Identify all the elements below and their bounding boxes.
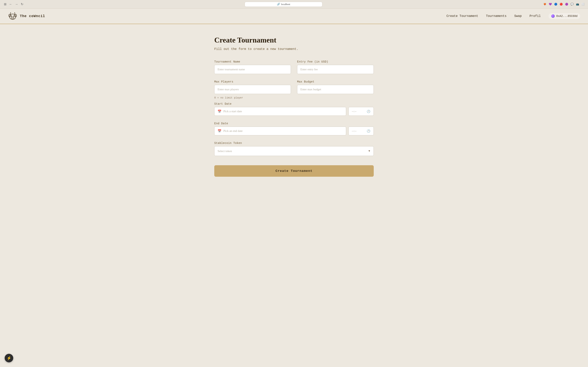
form-group-entry-fee: Entry Fee (in USD) [297,60,374,74]
clock-icon-start: 🕐 [367,110,371,113]
svg-point-4 [11,16,12,17]
form-group-max-budget: Max Budget [297,80,374,94]
start-date-time-group: 📅 Pick a start date --:-- 🕐 [214,107,374,116]
logo-icon [8,11,17,21]
lightning-icon: ⚡ [7,356,11,360]
ext-icon-6[interactable]: 💬 [570,2,574,6]
ext-icon-1[interactable]: 🦊 [543,2,547,6]
start-date-section: Start Date 📅 Pick a start date --:-- 🕐 [214,102,374,116]
svg-point-5 [13,16,14,17]
ext-icon-7[interactable]: 📺 [576,2,579,6]
form-row-1: Tournament Name Entry Fee (in USD) [214,60,374,74]
start-time-placeholder: --:-- [352,110,365,113]
ext-icon-2[interactable]: 💜 [548,2,552,6]
browser-chrome: ⊞ ← → ↻ 🔗 localhost 🦊 💜 🔵 🔴 🟣 💬 📺 ⬜ [0,0,588,8]
end-date-label: End Date [214,122,374,125]
form-group-tournament-name: Tournament Name [214,60,291,74]
page-subtitle: Fill out the form to create a new tourna… [214,47,374,51]
address-text: localhost [281,3,290,6]
start-date-label: Start Date [214,102,374,105]
end-time-picker[interactable]: --:-- 🕐 [348,127,374,135]
entry-fee-input[interactable] [297,65,374,74]
max-players-label: Max Players [214,80,291,83]
max-budget-label: Max Budget [297,80,374,83]
wallet-avatar [551,14,555,18]
ext-icon-3[interactable]: 🔵 [554,2,558,6]
calendar-icon-start: 📅 [217,109,222,113]
back-button[interactable]: ← [8,2,13,7]
end-date-picker[interactable]: 📅 Pick an end date [214,127,346,135]
max-budget-input[interactable] [297,85,374,94]
tournament-name-label: Tournament Name [214,60,291,63]
ext-icon-8[interactable]: ⬜ [581,2,585,6]
start-time-picker[interactable]: --:-- 🕐 [348,107,374,116]
entry-fee-label: Entry Fee (in USD) [297,60,374,63]
browser-extensions: 🦊 💜 🔵 🔴 🟣 💬 📺 ⬜ [543,2,585,6]
end-date-section: End Date 📅 Pick an end date --:-- 🕐 [214,122,374,135]
page-title: Create Tournament [214,36,374,44]
stablecoin-section: Stablecoin Token Select token USDC USDT … [214,142,374,156]
ext-icon-5[interactable]: 🟣 [565,2,569,6]
form-group-max-players: Max Players [214,80,291,94]
svg-point-8 [13,18,14,18]
nav-swap[interactable]: Swap [514,14,522,18]
clock-icon-end: 🕐 [367,129,371,133]
create-tournament-button[interactable]: Create Tournament [214,165,374,177]
nav-profil[interactable]: Profil [529,14,541,18]
nav-create-tournament[interactable]: Create Tournament [446,14,478,18]
grid-icon[interactable]: ⊞ [3,1,7,7]
select-wrapper: Select token USDC USDT DAI ▼ [214,146,374,156]
end-date-placeholder: Pick an end date [224,129,243,133]
forward-button[interactable]: → [14,2,19,7]
hint-text: 0 = no limit player [214,96,374,99]
end-date-time-group: 📅 Pick an end date --:-- 🕐 [214,127,374,135]
wallet-badge[interactable]: 0xA2...85C68d [549,13,580,19]
top-nav: The coWncil Create Tournament Tournament… [0,8,588,24]
main-content: Create Tournament Fill out the form to c… [207,24,381,188]
refresh-button[interactable]: ↻ [20,1,24,7]
end-time-placeholder: --:-- [352,129,365,133]
svg-point-7 [12,18,12,18]
max-players-input[interactable] [214,85,291,94]
browser-nav-buttons: ⊞ ← → ↻ [3,1,24,7]
tournament-name-input[interactable] [214,65,291,74]
address-bar[interactable]: 🔗 localhost [26,2,541,7]
wallet-address: 0xA2...85C68d [556,15,578,18]
form-row-2: Max Players Max Budget [214,80,374,94]
nav-links: Create Tournament Tournaments Swap Profi… [446,13,580,19]
link-icon: 🔗 [277,3,280,6]
calendar-icon-end: 📅 [217,129,222,133]
ext-icon-4[interactable]: 🔴 [559,2,563,6]
nav-tournaments[interactable]: Tournaments [486,14,507,18]
token-select[interactable]: Select token USDC USDT DAI [214,146,374,156]
logo-text: The coWncil [20,14,45,18]
stablecoin-label: Stablecoin Token [214,142,374,145]
logo-section: The coWncil [8,11,45,21]
start-date-placeholder: Pick a start date [224,110,242,113]
start-date-picker[interactable]: 📅 Pick a start date [214,107,346,116]
bottom-badge[interactable]: ⚡ [5,354,13,362]
